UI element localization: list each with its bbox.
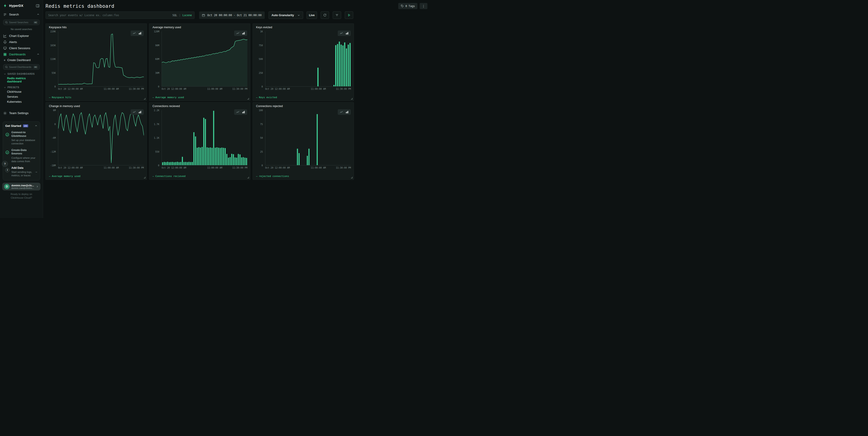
bar-chart-icon[interactable]: [138, 111, 142, 114]
hyperdx-logo-icon: [3, 4, 7, 8]
legend-label: Connections recieved: [155, 175, 185, 178]
resize-handle-icon[interactable]: [247, 177, 249, 178]
resize-handle-icon[interactable]: [144, 177, 146, 178]
search-section-icon: [3, 13, 7, 17]
play-button[interactable]: [345, 11, 353, 19]
step-title: Add Data: [11, 166, 33, 170]
date-range-picker[interactable]: Oct 20 00:00:00 - Oct 21 00:00:00: [199, 11, 265, 19]
sidebar-item-alerts[interactable]: Alerts: [0, 39, 43, 45]
line-chart-icon[interactable]: [340, 111, 343, 114]
progress-badge: 2/3: [23, 124, 28, 127]
y-axis-label: 750: [259, 44, 263, 47]
x-axis-label: 11:00:00 AM: [311, 88, 326, 90]
user-email: dominic.tran@clickho...: [11, 187, 34, 189]
shortcut-badge: ⌘K: [33, 21, 38, 24]
resize-handle-icon[interactable]: [351, 177, 352, 178]
preset-services[interactable]: Services: [0, 94, 43, 99]
sidebar-item-chart-explorer[interactable]: Chart Explorer: [0, 33, 43, 39]
presets-section-header[interactable]: PRESETS: [0, 84, 43, 89]
line-chart-icon[interactable]: [340, 32, 343, 35]
sidebar-item-client-sessions[interactable]: Client Sessions: [0, 45, 43, 51]
x-axis-label: 11:00:00 AM: [207, 167, 222, 169]
live-button[interactable]: Live: [307, 11, 317, 19]
chart-type-toggle: [131, 31, 144, 36]
panel-connections-received: Connections recieved 2.2K1.7K1.1K5500 Oc…: [149, 102, 250, 180]
sidebar-item-label: Client Sessions: [9, 47, 30, 50]
tags-button[interactable]: 0 Tags: [398, 3, 417, 9]
chevron-up-icon[interactable]: [37, 53, 40, 56]
chart-plot[interactable]: [58, 31, 144, 87]
get-started-title: Get Started: [5, 124, 21, 127]
chart-plot[interactable]: [162, 110, 247, 165]
chart-plot[interactable]: [265, 31, 351, 87]
bell-icon: [3, 40, 7, 44]
preset-clickhouse[interactable]: ClickHouse: [0, 89, 43, 94]
line-series: [58, 31, 144, 86]
sql-toggle[interactable]: SQL: [173, 14, 177, 17]
y-axis-label: 1K: [260, 30, 263, 33]
get-started-step-sources[interactable]: Create Data Sources Configure where your…: [5, 148, 37, 163]
granularity-select[interactable]: Auto Granularity: [269, 11, 303, 19]
chart-type-toggle: [234, 31, 247, 36]
event-search-input[interactable]: Search your events w/ Lucene ex. column:…: [45, 11, 194, 19]
refresh-icon: [323, 13, 327, 17]
sidebar-item-search[interactable]: Search: [0, 11, 43, 18]
refresh-button[interactable]: [321, 11, 329, 19]
x-axis: Oct 20 12:00:00 AM11:00:00 AM11:30:00 PM: [162, 88, 247, 91]
line-chart-icon[interactable]: [133, 111, 136, 114]
resize-handle-icon[interactable]: [144, 98, 146, 99]
lucene-toggle[interactable]: Lucene: [182, 14, 192, 17]
sidebar-item-team-settings[interactable]: Team Settings: [0, 110, 43, 116]
step-title: Create Data Sources: [11, 148, 37, 155]
chevron-up-icon[interactable]: [37, 13, 40, 16]
chevron-right-icon: [36, 185, 39, 188]
granularity-value: Auto Granularity: [272, 14, 294, 17]
chart-plot[interactable]: [265, 110, 351, 165]
create-dashboard-button[interactable]: + Create Dashboard: [0, 57, 43, 62]
y-axis-label: 0: [158, 85, 159, 88]
search-icon: [5, 21, 8, 24]
more-options-button[interactable]: ⋮: [420, 3, 427, 9]
panel-connections-rejected: Connections rejected 1007550250 Oct 20 1…: [253, 102, 354, 180]
y-axis-label: 2.2K: [154, 109, 159, 112]
bar-chart-icon[interactable]: [138, 32, 142, 35]
bar-chart-icon[interactable]: [242, 111, 245, 114]
saved-dashboard-redis-metrics[interactable]: Redis metrics dashboard: [0, 76, 43, 84]
x-axis-label: 11:30:00 PM: [129, 167, 144, 169]
y-axis-label: 120M: [154, 30, 159, 33]
get-started-step-connect[interactable]: Connect to ClickHouse Set up your databa…: [5, 131, 37, 145]
get-started-step-add-data[interactable]: 3 Add Data Start sending logs, metrics, …: [5, 166, 37, 177]
help-button[interactable]: ?: [2, 161, 8, 167]
line-chart-icon[interactable]: [236, 32, 240, 35]
step-description: Start sending logs, metrics, or traces: [11, 170, 33, 177]
user-menu[interactable]: D dominic.tran@clic... dominic.tran@clic…: [2, 183, 40, 191]
resize-handle-icon[interactable]: [247, 98, 249, 99]
line-chart-icon[interactable]: [236, 111, 240, 114]
preset-kubernetes[interactable]: Kubernetes: [0, 99, 43, 104]
sidebar-item-dashboards[interactable]: Dashboards: [0, 51, 43, 57]
filter-button[interactable]: [333, 11, 341, 19]
collapse-sidebar-icon[interactable]: [36, 4, 40, 8]
gear-icon: [3, 111, 7, 115]
saved-searches-input[interactable]: Saved Searches ⌘K: [3, 20, 40, 25]
check-circle-icon: [5, 150, 9, 154]
line-chart-icon[interactable]: [133, 32, 136, 35]
arrow-right-icon[interactable]: →: [35, 170, 37, 173]
chevron-up-icon[interactable]: [35, 124, 37, 127]
x-axis-label: Oct 20 12:00:00 AM: [265, 88, 290, 90]
chart-area: 2.2K1.7K1.1K5500 Oct 20 12:00:00 AM11:00…: [152, 110, 247, 165]
x-axis-label: Oct 20 12:00:00 AM: [162, 88, 186, 90]
bar-chart-icon[interactable]: [242, 32, 245, 35]
chart-plot[interactable]: [162, 31, 247, 87]
x-axis-label: Oct 20 12:00:00 AM: [162, 167, 186, 169]
saved-dashboards-section-header[interactable]: SAVED DASHBOARDS: [0, 70, 43, 76]
resize-handle-icon[interactable]: [351, 98, 352, 99]
bar-chart-icon[interactable]: [345, 111, 349, 114]
saved-dashboards-input[interactable]: Saved Dashboards ⌘K: [3, 64, 40, 70]
chart-plot[interactable]: [58, 110, 144, 165]
chart-legend: — Average memory used: [153, 96, 184, 99]
create-dashboard-label: Create Dashboard: [7, 59, 31, 62]
bar-chart-icon[interactable]: [345, 32, 349, 35]
date-range-value: Oct 20 00:00:00 - Oct 21 00:00:00: [207, 14, 261, 17]
step-title: Connect to ClickHouse: [11, 131, 37, 138]
